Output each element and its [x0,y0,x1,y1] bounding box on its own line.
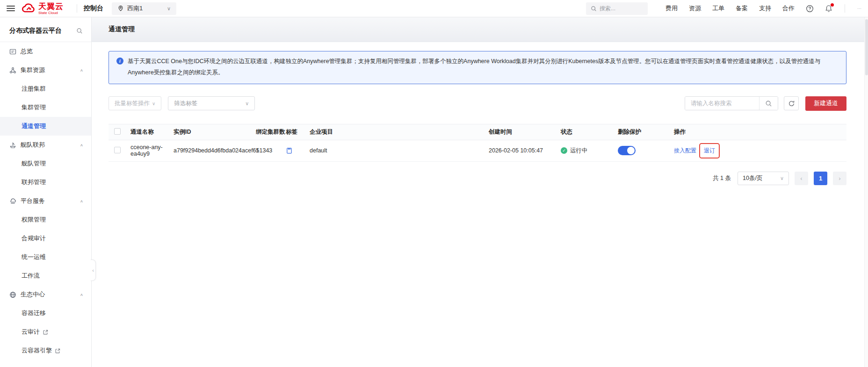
delete-protection-toggle[interactable] [618,146,636,155]
chevron-down-icon: ∨ [152,101,155,106]
region-value: 西南1 [127,4,143,13]
enterprise-project-value: default [310,147,489,154]
sidebar-group-cluster-resources[interactable]: 集群资源 ∧ [0,61,91,79]
ecosystem-center-icon [9,291,16,298]
col-delete-protection: 删除保护 [618,128,674,136]
next-page-button[interactable]: › [833,172,846,185]
sidebar-item-overview[interactable]: 总览 [0,42,91,61]
select-all-checkbox[interactable] [114,128,121,135]
console-link[interactable]: 控制台 [84,4,103,13]
row-checkbox[interactable] [114,147,121,153]
cloud-logo-icon [22,3,36,14]
cluster-resources-icon [9,67,16,74]
table-row: cceone-any-ea4uy9 a79f9294bedd4d6fbda024… [108,140,846,162]
sidebar-item-registered-clusters[interactable]: 注册集群 [0,79,91,98]
menu-resources[interactable]: 资源 [689,4,701,13]
divider [845,4,845,13]
filter-tag-select[interactable]: 筛选标签 ∨ [168,96,255,110]
col-created-at: 创建时间 [489,128,561,136]
main-panel: 通道管理 i 基于天翼云CCE One与您IDC环境之间的云边互联通道，构建独立… [92,17,868,367]
divider [77,4,77,13]
sidebar-item-permission-management[interactable]: 权限管理 [0,210,91,229]
status-badge: ✓ 运行中 [561,147,618,155]
batch-tag-actions-button[interactable]: 批量标签操作 ∨ [108,96,161,110]
page-size-select[interactable]: 10条/页 ∨ [738,172,789,185]
external-link-icon [55,348,60,353]
scrollbar[interactable] [864,17,868,367]
sidebar-title: 分布式容器云平台 [9,27,62,35]
platform-services-icon [9,198,16,205]
sidebar-collapse-handle[interactable]: ‹ [91,259,96,281]
chevron-down-icon: ∨ [245,101,249,107]
global-search-input[interactable] [600,5,642,12]
menu-cooperation[interactable]: 合作 [782,4,795,13]
chevron-up-icon: ∧ [80,293,83,297]
create-channel-button[interactable]: 新建通道 [805,96,846,111]
global-search[interactable] [586,2,648,15]
sidebar-search-icon[interactable] [76,28,83,34]
notification-badge [831,3,834,7]
menu-filing[interactable]: 备案 [736,4,748,13]
pagination: 共 1 条 10条/页 ∨ ‹ 1 › [108,172,846,185]
page-title: 通道管理 [108,25,135,34]
external-link-icon [43,330,48,335]
channels-table: 通道名称 实例ID 绑定集群数 标签 企业项目 创建时间 状态 删除保护 操作 … [108,124,846,162]
sidebar-group-ecosystem-center[interactable]: 生态中心 ∧ [0,285,91,304]
sidebar-item-cluster-management[interactable]: 集群管理 [0,98,91,117]
table-header-row: 通道名称 实例ID 绑定集群数 标签 企业项目 创建时间 状态 删除保护 操作 [108,124,846,140]
sidebar-item-cloud-audit[interactable]: 云审计 [0,323,91,341]
col-channel-name: 通道名称 [130,128,174,136]
chevron-up-icon: ∧ [80,68,83,72]
menu-tickets[interactable]: 工单 [712,4,724,13]
menu-support[interactable]: 支持 [759,4,771,13]
chevron-down-icon: ∨ [780,175,784,181]
sidebar-item-container-migration[interactable]: 容器迁移 [0,304,91,323]
channel-name-link[interactable]: cceone-any-ea4uy9 [130,144,174,157]
sidebar-item-compliance-audit[interactable]: 合规审计 [0,229,91,248]
sidebar-item-federation-management[interactable]: 联邦管理 [0,173,91,192]
sidebar-item-cloud-container-engine[interactable]: 云容器引擎 [0,341,91,360]
sidebar-group-fleet-federation[interactable]: 舰队联邦 ∧ [0,136,91,154]
access-config-link[interactable]: 接入配置 [674,147,696,155]
name-search [685,96,778,110]
col-tags: 标签 [286,128,310,136]
name-search-input[interactable] [685,97,759,110]
status-running-icon: ✓ [561,147,567,154]
scrollbar-thumb[interactable] [865,19,868,75]
user-account-label[interactable]: ⋯ [857,6,861,11]
bound-clusters-value: 1 [256,147,286,154]
notifications-bell-icon[interactable] [825,5,832,13]
col-actions: 操作 [674,128,846,136]
topbar-right: 费用 资源 工单 备案 支持 合作 ⋯ [586,2,861,15]
sidebar-item-unified-ops[interactable]: 统一运维 [0,248,91,266]
info-icon: i [116,58,123,65]
sidebar-header: 分布式容器云平台 [0,20,91,42]
prev-page-button[interactable]: ‹ [795,172,808,185]
help-icon[interactable] [806,5,814,13]
sidebar-item-fleet-management[interactable]: 舰队管理 [0,154,91,173]
brand-subtitle: State Cloud [38,11,64,15]
info-banner: i 基于天翼云CCE One与您IDC环境之间的云边互联通道，构建独立的Anyw… [108,51,846,84]
current-page-button[interactable]: 1 [814,172,827,185]
brand-logo[interactable]: 天翼云 State Cloud [22,2,64,15]
col-status: 状态 [561,128,618,136]
sidebar-item-workflow[interactable]: 工作流 [0,266,91,285]
tag-icon[interactable] [286,147,310,154]
sidebar-group-platform-services[interactable]: 平台服务 ∧ [0,192,91,210]
refresh-button[interactable] [784,96,799,110]
menu-billing[interactable]: 费用 [665,4,678,13]
instance-id-value: a79f9294bedd4d6fbda024acef651343 [174,147,256,154]
unsubscribe-link[interactable]: 退订 [704,147,715,155]
sidebar-item-channel-management[interactable]: 通道管理 [0,117,91,136]
search-button[interactable] [759,97,778,110]
chevron-down-icon: ∨ [167,6,171,12]
total-count: 共 1 条 [713,174,731,182]
location-pin-icon [117,5,124,12]
col-instance-id: 实例ID [174,128,256,136]
menu-hamburger-icon[interactable] [7,6,15,11]
region-selector[interactable]: 西南1 ∨ [112,2,176,15]
row-actions: 接入配置 退订 [674,147,846,155]
fleet-federation-icon [9,142,16,149]
toolbar: 批量标签操作 ∨ 筛选标签 ∨ [108,96,846,111]
col-bound-clusters: 绑定集群数 [256,128,286,136]
